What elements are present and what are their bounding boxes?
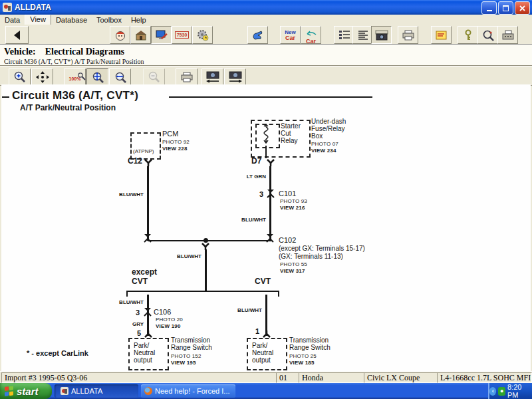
restore-button[interactable] bbox=[498, 1, 513, 15]
zoom-in-icon bbox=[13, 71, 27, 83]
menu-help[interactable]: Help bbox=[126, 15, 151, 25]
prev-diagram-button[interactable] bbox=[201, 68, 223, 85]
c102-photo: PHOTO 55 bbox=[280, 261, 307, 267]
menu-toolbox[interactable]: Toolbox bbox=[92, 15, 126, 25]
inline-connector-icon bbox=[266, 234, 274, 243]
zoom-in-button[interactable] bbox=[9, 68, 31, 85]
pan-button[interactable] bbox=[31, 68, 53, 85]
previous-car-button[interactable]: Car bbox=[301, 26, 321, 44]
c102-note1: (except GX: Terminals 15-17) bbox=[279, 245, 365, 252]
pcm-photo: PHOTO 92 bbox=[162, 139, 190, 145]
diagram-print-button[interactable] bbox=[176, 68, 198, 85]
junction-line bbox=[148, 240, 271, 241]
menu-database[interactable]: Database bbox=[51, 15, 92, 25]
list-summary-button[interactable] bbox=[352, 26, 373, 44]
start-button[interactable]: start bbox=[0, 383, 52, 399]
zoom-width-button[interactable] bbox=[109, 68, 131, 85]
search-icon bbox=[482, 29, 494, 41]
pan-icon bbox=[36, 71, 49, 83]
zoom-out-icon bbox=[148, 71, 161, 83]
zoom-100-button[interactable]: 100% bbox=[64, 68, 86, 85]
hand-tool-icon bbox=[251, 29, 265, 41]
wire-c12-down bbox=[147, 166, 149, 241]
branch-bracket bbox=[126, 291, 279, 292]
relay-stem-wire bbox=[265, 146, 267, 158]
print-button[interactable] bbox=[398, 26, 418, 44]
taskbar: start ALLDATA Need help! - Forced I... ‹… bbox=[0, 383, 532, 399]
next-diagram-icon bbox=[228, 71, 243, 83]
service-button[interactable] bbox=[247, 26, 268, 44]
estimates-button[interactable]: 7530 bbox=[172, 26, 192, 44]
alldata-window: ALLDATA Data View Database Toolbox Help … bbox=[0, 0, 532, 399]
inline-connector-icon bbox=[144, 308, 152, 317]
close-button[interactable] bbox=[515, 1, 530, 15]
back-button[interactable] bbox=[5, 26, 29, 44]
new-car-button[interactable]: NewCar bbox=[280, 26, 301, 44]
wiring-diagram[interactable]: Circuit M36 (A/T, CVT*) A/T Park/Neutral… bbox=[1, 84, 531, 371]
c106-view: VIEW 190 bbox=[156, 323, 181, 329]
c106-pin-out: 5 bbox=[129, 329, 141, 337]
minimize-button[interactable] bbox=[481, 1, 497, 15]
alldata-logo-icon bbox=[61, 387, 68, 395]
note-icon bbox=[436, 30, 448, 41]
previous-car-icon: Car bbox=[305, 27, 317, 44]
zoom-out-button bbox=[143, 68, 165, 85]
zoom-width-icon bbox=[114, 71, 127, 83]
c106-pin-in: 3 bbox=[128, 309, 140, 317]
diagram-camera-icon bbox=[375, 30, 388, 41]
inline-connector-icon bbox=[144, 234, 152, 243]
key-button[interactable] bbox=[458, 26, 478, 44]
menu-view[interactable]: View bbox=[25, 15, 51, 25]
pcm-name: PCM bbox=[162, 130, 178, 138]
new-car-icon: NewCar bbox=[285, 29, 295, 41]
menu-data[interactable]: Data bbox=[0, 15, 25, 25]
diagram-toolbar: 100% bbox=[0, 66, 532, 86]
notes-button[interactable] bbox=[431, 26, 452, 44]
status-make: Honda bbox=[299, 372, 365, 383]
left-switch-view: VIEW 195 bbox=[171, 360, 196, 366]
diagrams-button[interactable] bbox=[371, 26, 392, 44]
left-switch-photo: PHOTO 152 bbox=[171, 353, 201, 359]
breadcrumb: Circuit M36 (A/T, CVT*) A/T Park/Neutral… bbox=[0, 58, 532, 66]
title-bar[interactable]: ALLDATA bbox=[0, 0, 532, 15]
c102-view: VIEW 317 bbox=[280, 268, 305, 274]
search-button[interactable] bbox=[477, 26, 498, 44]
taskbar-item-browser[interactable]: Need help! - Forced I... bbox=[141, 384, 235, 398]
connector-symbol-icon bbox=[262, 331, 271, 338]
labor-button[interactable] bbox=[192, 26, 213, 44]
pcm-view: VIEW 228 bbox=[162, 146, 188, 152]
zoom-100-icon: 100% bbox=[69, 71, 81, 83]
connector-c12: C12 bbox=[124, 156, 142, 166]
vehicle-bar: Vehicle: Electrical Diagrams bbox=[0, 44, 532, 59]
shop-icon bbox=[134, 29, 148, 41]
customer-button[interactable] bbox=[110, 26, 130, 44]
hide-icons-chevron-icon[interactable]: ‹ bbox=[489, 387, 496, 396]
left-switch-output: Park/ Neutral output bbox=[134, 342, 168, 364]
wire-d7-down bbox=[269, 166, 271, 241]
list-detail-button[interactable] bbox=[334, 26, 354, 44]
right-switch-name: Transmission Range Switch bbox=[289, 336, 331, 351]
zoom-fit-icon bbox=[91, 71, 104, 83]
fax-button[interactable] bbox=[497, 26, 518, 44]
zoom-fit-button[interactable] bbox=[86, 68, 108, 85]
left-switch-box: Park/ Neutral output bbox=[128, 338, 169, 370]
wire-color-gry: GRY bbox=[120, 321, 144, 327]
taskbar-item-label: Need help! - Forced I... bbox=[155, 387, 230, 395]
tray-status-icon[interactable]: ● bbox=[498, 387, 505, 396]
key-icon bbox=[464, 29, 473, 41]
connector-symbol-icon bbox=[266, 159, 275, 166]
wire-color-left: BLU/WHT bbox=[105, 192, 144, 198]
right-switch-box: Park/ Neutral output bbox=[247, 338, 287, 370]
components-button[interactable] bbox=[151, 26, 172, 44]
next-diagram-button[interactable] bbox=[224, 68, 246, 85]
diagram-footnote: * - except CarLink bbox=[27, 349, 88, 357]
diagram-title: Circuit M36 (A/T, CVT*) bbox=[12, 89, 138, 102]
underdash-photo: PHOTO 07 bbox=[311, 141, 338, 147]
main-toolbar: 7530 NewCar Car bbox=[0, 25, 532, 45]
vehicle-label: Vehicle: bbox=[4, 47, 36, 57]
close-icon bbox=[519, 5, 525, 11]
taskbar-item-alldata[interactable]: ALLDATA bbox=[55, 384, 138, 398]
vehicle-value: Electrical Diagrams bbox=[45, 47, 124, 57]
shop-button[interactable] bbox=[130, 26, 151, 44]
printer-icon bbox=[180, 72, 194, 82]
